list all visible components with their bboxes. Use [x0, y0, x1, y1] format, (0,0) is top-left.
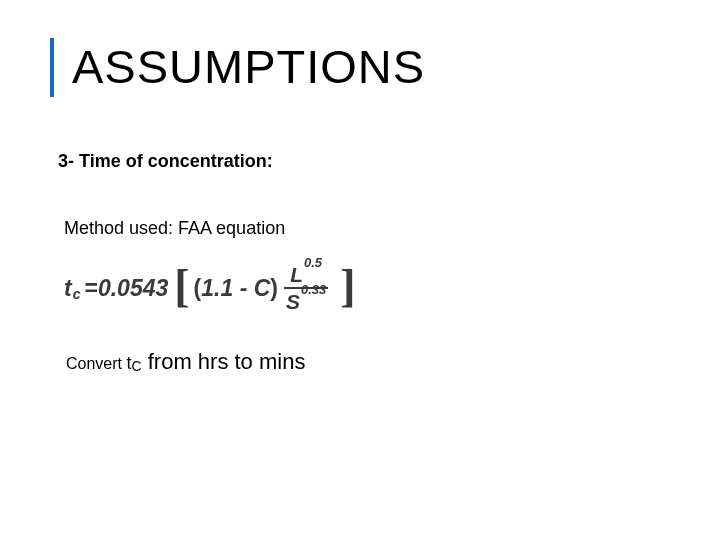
slide-body: 3- Time of concentration: Method used: F…	[50, 151, 670, 375]
eq-rpar: )	[270, 275, 278, 302]
eq-denominator: S0.33	[284, 290, 328, 313]
convert-line: Convert tC from hrs to mins	[66, 349, 670, 375]
convert-rest: from hrs to mins	[142, 349, 306, 374]
slide: ASSUMPTIONS 3- Time of concentration: Me…	[0, 0, 720, 540]
eq-fraction: L0.5 S0.33	[284, 263, 328, 313]
title-accent-bar	[50, 38, 54, 97]
slide-title: ASSUMPTIONS	[72, 38, 425, 97]
eq-coef: 0.0543	[98, 275, 168, 302]
title-block: ASSUMPTIONS	[50, 38, 670, 97]
eq-inner: 1.1 - C	[201, 275, 270, 302]
faa-equation: tc = 0.0543 [ (1.1 - C) L0.5 S0.33 ]	[64, 263, 670, 313]
eq-lpar: (	[194, 275, 202, 302]
convert-tc-c: C	[131, 358, 141, 374]
eq-tc-sub: c	[73, 286, 81, 302]
method-line: Method used: FAA equation	[64, 218, 670, 239]
eq-equals: =	[84, 275, 97, 302]
section-heading: 3- Time of concentration:	[58, 151, 670, 172]
equation-line: tc = 0.0543 [ (1.1 - C) L0.5 S0.33 ]	[64, 263, 670, 313]
eq-tc-t: t	[64, 275, 72, 302]
eq-den-S: S	[286, 290, 300, 313]
eq-den-exp: 0.33	[301, 282, 326, 297]
eq-num-exp: 0.5	[304, 255, 322, 270]
convert-prefix: Convert	[66, 355, 126, 372]
